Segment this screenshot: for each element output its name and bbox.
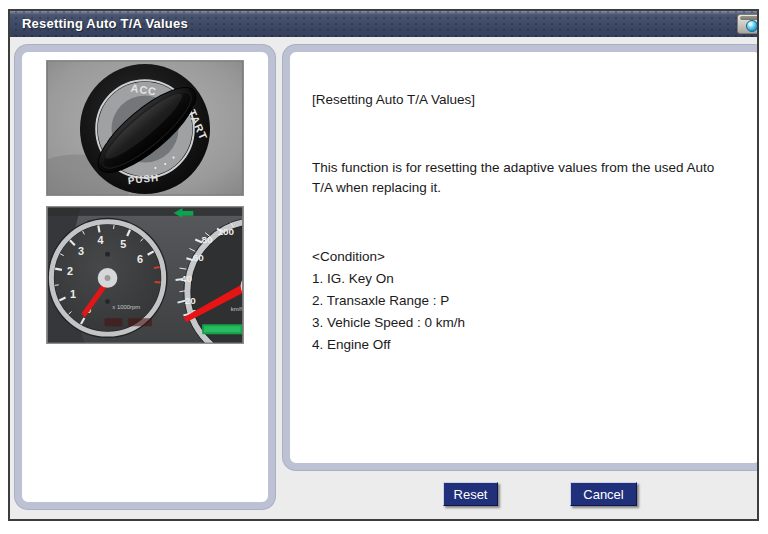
condition-item: 1. IG. Key On: [312, 268, 740, 290]
svg-text:60: 60: [193, 252, 204, 263]
svg-text:100: 100: [218, 226, 235, 237]
camera-lens: [746, 20, 758, 32]
condition-item: 2. Transaxle Range : P: [312, 290, 740, 312]
svg-text:80: 80: [202, 234, 213, 245]
instruction-heading: [Resetting Auto T/A Values]: [312, 92, 740, 108]
title-bar: Resetting Auto T/A Values: [10, 11, 757, 37]
tachometer: 0 1 2 3 4 5 6 x 1000rpm: [47, 218, 167, 338]
image-panel: LOCK ACC START PUSH: [15, 45, 275, 509]
svg-text:3: 3: [78, 245, 84, 257]
cancel-button[interactable]: Cancel: [570, 482, 637, 506]
screen-capture-icon[interactable]: [737, 14, 759, 34]
svg-text:6: 6: [137, 253, 143, 265]
reset-button[interactable]: Reset: [443, 482, 498, 506]
svg-text:5: 5: [120, 238, 126, 250]
speedometer-unit: km/h: [231, 306, 244, 312]
ignition-key-photo: LOCK ACC START PUSH: [46, 60, 244, 196]
tachometer-unit: x 1000rpm: [112, 304, 140, 310]
dialog-title: Resetting Auto T/A Values: [22, 16, 188, 31]
svg-text:40: 40: [181, 273, 192, 284]
condition-item: 3. Vehicle Speed : 0 km/h: [312, 312, 740, 334]
svg-text:1: 1: [70, 288, 76, 300]
svg-text:2: 2: [67, 265, 73, 277]
svg-text:4: 4: [98, 234, 104, 246]
condition-item: 4. Engine Off: [312, 334, 740, 356]
dialog-window: Resetting Auto T/A Values: [8, 9, 759, 521]
condition-label: <Condition>: [312, 246, 740, 268]
svg-text:20: 20: [185, 295, 196, 306]
condition-block: <Condition> 1. IG. Key On 2. Transaxle R…: [312, 246, 740, 356]
instruction-panel: [Resetting Auto T/A Values] This functio…: [283, 45, 759, 470]
instrument-cluster-photo: 0 1 2 3 4 5 6 x 1000rpm: [46, 206, 244, 344]
instruction-description: This function is for resetting the adapt…: [312, 158, 730, 198]
